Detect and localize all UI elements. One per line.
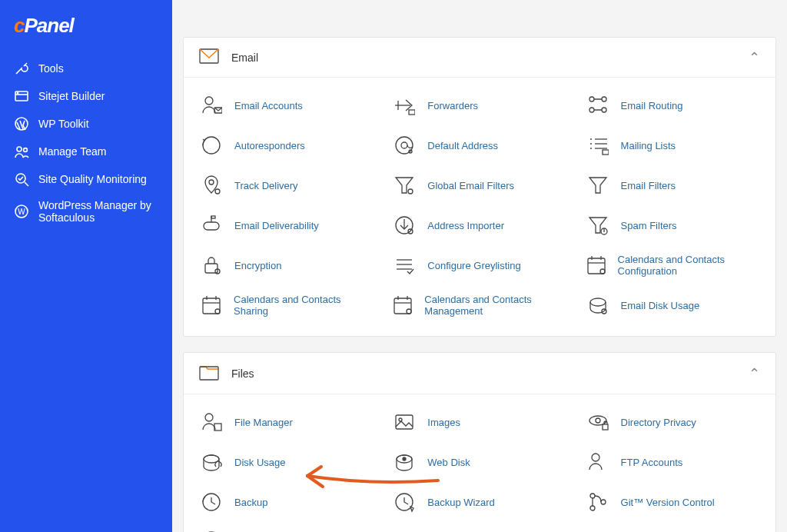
feature-email-filters[interactable]: Email Filters — [576, 165, 769, 205]
feature-calendars-and-contacts-management[interactable]: Calendars and Contacts Management — [383, 285, 576, 325]
feature-link[interactable]: Mailing Lists — [621, 140, 676, 151]
feature-email-routing[interactable]: Email Routing — [576, 85, 769, 125]
sidebar-item-sitejet-builder[interactable]: Sitejet Builder — [0, 82, 172, 110]
feature-link[interactable]: Calendars and Contacts Management — [424, 294, 566, 317]
mailbox-icon — [199, 213, 224, 238]
tools-icon — [14, 61, 29, 76]
feature-configure-greylisting[interactable]: Configure Greylisting — [383, 245, 576, 285]
panel-files-header[interactable]: Files ⌃ — [184, 353, 775, 394]
feature-file-manager[interactable]: File Manager — [190, 402, 383, 442]
panel-files-title: Files — [231, 367, 254, 380]
panel-files: Files ⌃ File ManagerImagesDirectory Priv… — [183, 352, 776, 532]
panel-email-title: Email — [231, 52, 258, 64]
feature-link[interactable]: Directory Privacy — [621, 417, 696, 428]
feature-link[interactable]: Images — [427, 417, 460, 428]
feature-link[interactable]: Global Email Filters — [427, 180, 514, 191]
feature-link[interactable]: Address Importer — [427, 220, 504, 231]
feature-address-importer[interactable]: Address Importer — [383, 205, 576, 245]
sidebar-item-tools[interactable]: Tools — [0, 55, 172, 82]
wordpress-icon — [14, 116, 29, 131]
fileman-icon — [199, 410, 224, 434]
feature-link[interactable]: Email Disk Usage — [621, 300, 700, 311]
feature-link[interactable]: Calendars and Contacts Configuration — [618, 254, 760, 277]
feature-autoresponders[interactable]: Autoresponders — [190, 125, 383, 165]
sidebar-item-wordpress-manager-by-softaculous[interactable]: WordPress Manager by Softaculous — [0, 193, 172, 230]
feature-link[interactable]: Disk Usage — [234, 457, 285, 468]
chevron-up-icon: ⌃ — [749, 49, 760, 66]
sidebar-nav: ToolsSitejet BuilderWP ToolkitManage Tea… — [0, 55, 172, 230]
lock-icon — [199, 253, 224, 278]
feature-spam-filters[interactable]: Spam Filters — [576, 205, 769, 245]
feature-disk-usage[interactable]: Disk Usage — [190, 442, 383, 482]
feature-ftp-accounts[interactable]: FTP Accounts — [576, 442, 769, 482]
feature-default-address[interactable]: Default Address — [383, 125, 576, 165]
disk-icon — [586, 293, 610, 318]
feature-encryption[interactable]: Encryption — [190, 245, 383, 285]
feature-backup-wizard[interactable]: Backup Wizard — [383, 482, 576, 522]
feature-link[interactable]: Forwarders — [427, 100, 478, 111]
backupwiz-icon — [392, 490, 417, 514]
spam-icon — [586, 213, 610, 238]
feature-forwarders[interactable]: Forwarders — [383, 85, 576, 125]
git-icon — [586, 490, 610, 514]
feature-track-delivery[interactable]: Track Delivery — [190, 165, 383, 205]
feature-link[interactable]: Email Filters — [621, 180, 676, 191]
feature-mailing-lists[interactable]: Mailing Lists — [576, 125, 769, 165]
feature-global-email-filters[interactable]: Global Email Filters — [383, 165, 576, 205]
feature-email-deliverability[interactable]: Email Deliverability — [190, 205, 383, 245]
sidebar-item-manage-team[interactable]: Manage Team — [0, 138, 172, 165]
feature-email-accounts[interactable]: Email Accounts — [190, 85, 383, 125]
feature-link[interactable]: Git™ Version Control — [621, 497, 715, 508]
feature-backup[interactable]: Backup — [190, 482, 383, 522]
diskuse-icon — [199, 450, 224, 474]
feature-link[interactable]: Track Delivery — [234, 180, 298, 191]
funnel-icon — [392, 173, 417, 198]
feature-link[interactable]: File Manager — [234, 417, 293, 428]
feature-link[interactable]: FTP Accounts — [621, 457, 683, 468]
feature-link[interactable]: Backup Wizard — [427, 497, 494, 508]
sidebar-item-label: Manage Team — [38, 145, 106, 158]
feature-link[interactable]: Encryption — [234, 260, 281, 271]
list-icon — [586, 133, 610, 158]
forward-icon — [392, 93, 417, 118]
sidebar-item-label: Sitejet Builder — [38, 90, 105, 102]
feature-directory-privacy[interactable]: Directory Privacy — [576, 402, 769, 442]
backup-icon — [199, 490, 224, 514]
feature-link[interactable]: Calendars and Contacts Sharing — [234, 294, 374, 317]
email-grid: Email AccountsForwardersEmail RoutingAut… — [190, 85, 769, 325]
sidebar-item-label: WordPress Manager by Softaculous — [38, 199, 158, 224]
sidebar-item-label: WP Toolkit — [38, 118, 89, 130]
sidebar-item-label: Tools — [38, 62, 64, 75]
sidebar-item-label: Site Quality Monitoring — [38, 173, 147, 185]
feature-email-disk-usage[interactable]: Email Disk Usage — [576, 285, 769, 325]
webdisk-icon — [392, 450, 417, 474]
pin-icon — [199, 173, 224, 198]
main-content: Email ⌃ Email AccountsForwardersEmail Ro… — [172, 0, 787, 532]
feature-link[interactable]: Spam Filters — [621, 220, 677, 231]
files-header-icon — [199, 364, 219, 383]
wp-manager-icon — [14, 204, 29, 219]
feature-jetbackup-5[interactable]: JetBackup 5 — [190, 522, 383, 532]
feature-link[interactable]: Configure Greylisting — [427, 260, 520, 271]
images-icon — [392, 410, 417, 434]
feature-link[interactable]: Autoresponders — [234, 140, 305, 151]
cal-icon — [392, 293, 413, 318]
feature-link[interactable]: Email Deliverability — [234, 220, 319, 231]
feature-git-version-control[interactable]: Git™ Version Control — [576, 482, 769, 522]
import-icon — [392, 213, 417, 238]
feature-calendars-and-contacts-configuration[interactable]: Calendars and Contacts Configuration — [576, 245, 769, 285]
feature-link[interactable]: Email Routing — [621, 100, 683, 111]
panel-email-header[interactable]: Email ⌃ — [184, 38, 775, 77]
feature-link[interactable]: Backup — [234, 497, 267, 508]
sidebar-item-site-quality-monitoring[interactable]: Site Quality Monitoring — [0, 165, 172, 193]
feature-link[interactable]: Email Accounts — [234, 100, 303, 111]
feature-web-disk[interactable]: Web Disk — [383, 442, 576, 482]
feature-link[interactable]: Web Disk — [427, 457, 470, 468]
at-icon — [392, 133, 417, 158]
feature-calendars-and-contacts-sharing[interactable]: Calendars and Contacts Sharing — [190, 285, 383, 325]
feature-link[interactable]: Default Address — [427, 140, 498, 151]
chevron-up-icon: ⌃ — [749, 365, 760, 382]
sidebar-item-wp-toolkit[interactable]: WP Toolkit — [0, 110, 172, 138]
feature-images[interactable]: Images — [383, 402, 576, 442]
brand-logo: cPanel — [0, 14, 172, 55]
